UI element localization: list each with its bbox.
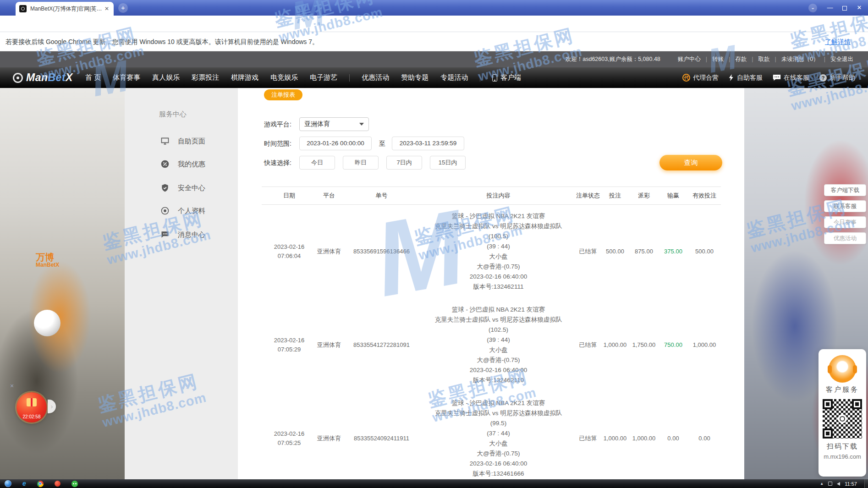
account-links: 账户中心转账存款取款未读消息（0）安全退出 [678, 55, 853, 63]
nav-promo-group: 优惠活动赞助专题专题活动 [362, 73, 468, 82]
wager-table: 日期平台单号投注内容注单状态投注派彩输赢有效投注 2023-02-1607:06… [262, 186, 721, 485]
sidebar-item-profile[interactable]: 个人资料 [160, 206, 205, 215]
customer-service-panel: 客户服务 扫码下载 m.mx196.com [819, 349, 866, 477]
site-favicon-icon [19, 5, 27, 12]
learn-more-link[interactable]: 了解详情 [825, 32, 851, 51]
winloss-cell: 750.00 [659, 340, 688, 350]
welcome-balance-text: 欢迎！asd62603,账户余额：5,080.48 [566, 55, 660, 63]
nav-item-agent[interactable]: 代 代理合营 [682, 74, 719, 82]
windows-taskbar: e ▲ 11:57 [0, 479, 868, 488]
bet-amount-cell: 500.00 [601, 247, 629, 256]
left-photo-caption: 万博ManBetX [36, 252, 59, 268]
nav-item[interactable]: 专题活动 [440, 73, 468, 82]
account-link[interactable]: 未读消息（0） [770, 55, 819, 63]
tab-close-icon[interactable]: ✕ [104, 5, 109, 12]
monitor-icon [160, 137, 170, 146]
promo-countdown: 22:02:58 [16, 414, 47, 419]
report-tab[interactable]: 注单报表 [264, 89, 302, 100]
ie-icon[interactable]: e [22, 479, 26, 488]
sidebar-title: 服务中心 [159, 110, 187, 119]
tray-expand-icon[interactable]: ▲ [820, 482, 824, 486]
browser-tab[interactable]: ManBetX(万博体育)官网|英超狼队 ✕ [16, 2, 114, 16]
column-header: 派彩 [629, 192, 659, 199]
nav-item-self-service[interactable]: 自助客服 [729, 74, 763, 82]
payout-cell: 875.00 [629, 247, 659, 256]
window-maximize-button[interactable] [838, 0, 852, 16]
status-cell: 已结算 [575, 247, 601, 256]
window-minimize-button[interactable]: — [823, 0, 837, 16]
nav-item[interactable]: 赞助专题 [401, 73, 429, 82]
nav-item[interactable]: 优惠活动 [362, 73, 389, 82]
nav-item-client[interactable]: 客户端 [492, 73, 521, 82]
account-link[interactable]: 转账 [701, 55, 724, 63]
sidebar-item-self-page[interactable]: 自助页面 [160, 137, 205, 146]
shield-icon [160, 183, 170, 192]
sidebar-item-my-promos[interactable]: 我的优惠 [160, 159, 205, 169]
platform-cell: 亚洲体育 [317, 340, 341, 350]
platform-select[interactable]: 亚洲体育 [299, 117, 369, 131]
message-icon [160, 230, 170, 239]
bet-content-cell: 篮球 - 沙巴虚拟 NBA 2K21 友谊赛 克里夫兰骑士虚拟队 vs 明尼苏达… [422, 392, 575, 485]
new-tab-button[interactable]: + [118, 3, 128, 13]
nav-item[interactable]: 彩票投注 [192, 73, 219, 82]
discount-icon [160, 159, 170, 169]
date-from-input[interactable]: 2023-01-26 00:00:00 [299, 137, 372, 150]
sidebar-item-messages[interactable]: 消息中心 [160, 230, 205, 239]
payout-cell: 1,000.00 [629, 434, 659, 443]
date-to-input[interactable]: 2023-03-11 23:59:59 [392, 137, 464, 150]
column-header: 平台 [317, 192, 341, 199]
nav-item[interactable]: 真人娱乐 [152, 73, 180, 82]
wechat-icon[interactable] [71, 481, 78, 487]
column-header: 有效投注 [688, 192, 721, 199]
bet-amount-cell: 1,000.00 [601, 434, 629, 443]
tray-speaker-icon[interactable] [837, 482, 840, 486]
account-link[interactable]: 存款 [724, 55, 747, 63]
nav-item-live-chat[interactable]: 在线客服 [773, 74, 809, 82]
nav-item[interactable]: 电竞娱乐 [270, 73, 298, 82]
mobile-site-url: m.mx196.com [819, 453, 866, 460]
table-row: 2023-02-1607:06:04 亚洲体育 8533569159613646… [262, 205, 721, 298]
column-header: 日期 [262, 192, 317, 199]
notification-text: 若要接收后续 Google Chrome 更新，您需使用 Windows 10 … [5, 32, 319, 51]
quick-range-button[interactable]: 15日内 [430, 156, 466, 170]
table-body: 2023-02-1607:06:04 亚洲体育 8533569159613646… [262, 205, 721, 485]
float-button[interactable]: 联系客服 [824, 200, 866, 212]
float-button[interactable]: 客户端下载 [824, 184, 866, 196]
chrome-icon[interactable] [37, 481, 44, 487]
platform-cell: 亚洲体育 [317, 247, 341, 256]
tray-monitor-icon[interactable] [828, 482, 832, 486]
start-button[interactable] [5, 480, 11, 487]
service-sidebar: 服务中心 自助页面 我的优惠 安全中心 个人资料 消息中心 [125, 88, 238, 479]
red-app-icon[interactable] [55, 481, 60, 487]
account-link[interactable]: 安全退出 [819, 55, 853, 63]
account-link[interactable]: 账户中心 [678, 55, 701, 63]
column-header: 注单状态 [575, 192, 601, 199]
query-button[interactable]: 查询 [659, 155, 722, 170]
tab-search-icon[interactable]: ⌄ [808, 4, 817, 12]
table-header: 日期平台单号投注内容注单状态投注派彩输赢有效投注 [262, 186, 721, 205]
nav-item[interactable]: 首 页 [85, 73, 101, 82]
valid-bet-cell: 500.00 [688, 247, 721, 256]
float-button[interactable]: 优惠活动 [824, 232, 866, 244]
promo-close-icon[interactable]: × [10, 382, 14, 389]
promo-red-packet[interactable]: 22:02:58 [16, 392, 47, 422]
quick-range-button[interactable]: 今日 [299, 156, 335, 170]
status-cell: 已结算 [575, 340, 601, 350]
nav-item[interactable]: 棋牌游戏 [231, 73, 258, 82]
show-desktop-button[interactable] [864, 479, 868, 488]
nav-item-help[interactable]: ? 新手帮助 [819, 74, 855, 82]
quick-range-button[interactable]: 7日内 [386, 156, 422, 170]
quick-range-button[interactable]: 昨日 [343, 156, 379, 170]
manbetx-logo[interactable]: ManBetX [13, 67, 73, 88]
bet-content-cell: 篮球 - 沙巴虚拟 NBA 2K21 友谊赛 克里夫兰骑士虚拟队 vs 明尼苏达… [422, 298, 575, 392]
float-button[interactable]: 今日赛事 [824, 216, 866, 228]
quick-range-buttons: 今日昨日7日内15日内 [299, 156, 466, 170]
nav-item[interactable]: 体育赛事 [113, 73, 140, 82]
order-number-cell: 85335524092411911 [341, 434, 422, 443]
nav-item[interactable]: 电子游艺 [310, 73, 337, 82]
account-link[interactable]: 取款 [747, 55, 769, 63]
window-close-button[interactable]: ✕ [852, 0, 866, 16]
sidebar-item-security[interactable]: 安全中心 [160, 183, 205, 192]
lightning-icon [729, 74, 734, 82]
order-number-cell: 85335691596136466 [341, 247, 422, 256]
